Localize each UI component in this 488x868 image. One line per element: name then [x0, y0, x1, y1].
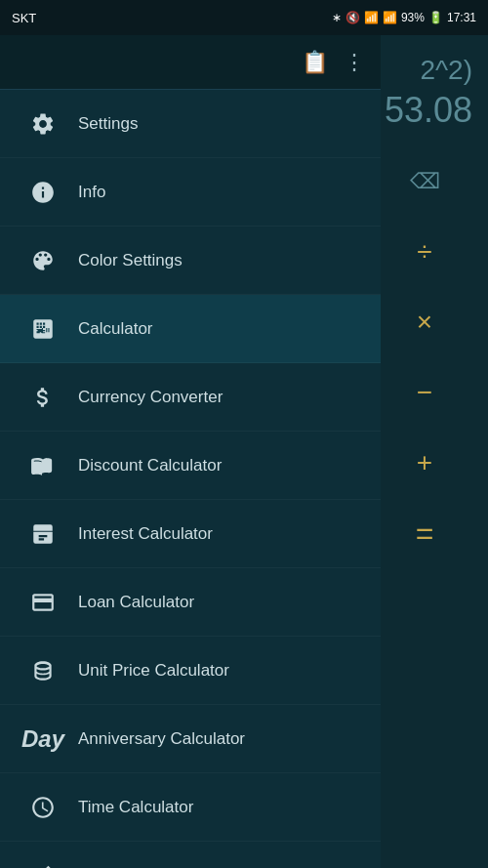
sidebar-item-discount-calculator[interactable]: Discount Calculator: [0, 432, 381, 500]
interest-calculator-label: Interest Calculator: [78, 524, 213, 544]
discount-calculator-label: Discount Calculator: [78, 456, 222, 475]
signal-icon: 📶: [383, 11, 397, 24]
ruler-icon: [20, 852, 66, 869]
loan-calculator-label: Loan Calculator: [78, 593, 194, 612]
color-settings-icon: [20, 237, 66, 284]
time-icon: [20, 784, 66, 831]
settings-icon: [20, 101, 66, 147]
carrier-label: SKT: [12, 11, 36, 25]
calculator-icon: [20, 306, 66, 352]
sidebar-item-info[interactable]: Info: [0, 158, 381, 227]
settings-label: Settings: [78, 114, 138, 134]
time-calculator-label: Time Calculator: [78, 798, 193, 817]
battery-label: 93%: [401, 11, 425, 24]
sidebar-item-settings[interactable]: Settings: [0, 90, 381, 158]
bluetooth-icon: ∗: [332, 11, 342, 24]
anniversary-calculator-label: Anniversary Calculator: [78, 729, 245, 749]
status-bar: SKT ∗ 🔇 📶 📶 93% 🔋 17:31: [0, 0, 488, 35]
calculator-label: Calculator: [78, 319, 153, 339]
interest-icon: [20, 511, 66, 558]
more-options-icon[interactable]: ⋮: [344, 50, 365, 75]
sidebar-item-anniversary-calculator[interactable]: Day Anniversary Calculator: [0, 705, 381, 773]
discount-icon: [20, 442, 66, 489]
mute-icon: 🔇: [346, 11, 360, 24]
clipboard-icon[interactable]: 📋: [302, 50, 328, 75]
currency-icon: [20, 374, 66, 421]
status-icons: ∗ 🔇 📶 📶 93% 🔋 17:31: [332, 11, 476, 24]
sidebar-item-interest-calculator[interactable]: Interest Calculator: [0, 500, 381, 568]
wifi-icon: 📶: [364, 11, 379, 24]
loan-icon: [20, 579, 66, 626]
backspace-button[interactable]: ⌫: [395, 152, 454, 211]
sidebar-item-loan-calculator[interactable]: Loan Calculator: [0, 568, 381, 637]
navigation-drawer: 📋 ⋮ Settings Info Color Settings: [0, 35, 381, 868]
sidebar-item-time-calculator[interactable]: Time Calculator: [0, 773, 381, 842]
unit-price-icon: [20, 647, 66, 694]
sidebar-item-unit-price-calculator[interactable]: Unit Price Calculator: [0, 637, 381, 705]
sidebar-item-calculator[interactable]: Calculator: [0, 295, 381, 363]
multiply-button[interactable]: ×: [395, 293, 454, 351]
drawer-header: 📋 ⋮: [0, 35, 381, 90]
time-label: 17:31: [447, 11, 476, 24]
anniversary-icon: Day: [20, 716, 66, 763]
equals-button[interactable]: =: [395, 504, 454, 562]
sidebar-item-color-settings[interactable]: Color Settings: [0, 227, 381, 295]
unit-price-calculator-label: Unit Price Calculator: [78, 661, 229, 681]
currency-converter-label: Currency Converter: [78, 388, 223, 407]
menu-list: Settings Info Color Settings Calculator: [0, 90, 381, 868]
sidebar-item-unit-converter[interactable]: Unit Converter: [0, 842, 381, 868]
info-label: Info: [78, 183, 105, 202]
plus-button[interactable]: +: [395, 434, 454, 492]
sidebar-item-currency-converter[interactable]: Currency Converter: [0, 363, 381, 432]
battery-icon: 🔋: [428, 11, 443, 24]
color-settings-label: Color Settings: [78, 251, 183, 270]
divide-button[interactable]: ÷: [395, 223, 454, 281]
info-icon: [20, 169, 66, 216]
minus-button[interactable]: −: [395, 363, 454, 422]
